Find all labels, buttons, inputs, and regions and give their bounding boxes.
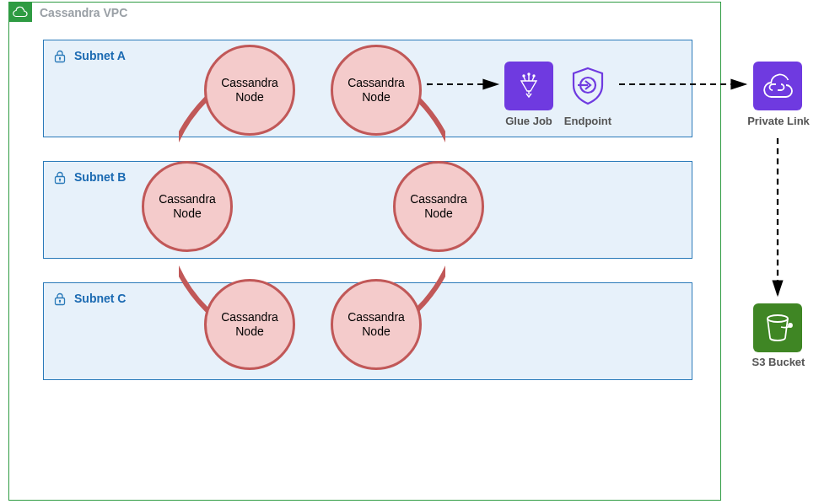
svg-point-18: [768, 315, 788, 322]
subnet-c-label: Subnet C: [74, 292, 126, 305]
node-label: CassandraNode: [221, 76, 278, 105]
cassandra-node: CassandraNode: [204, 279, 295, 370]
subnet-b-label: Subnet B: [74, 170, 126, 184]
private-link-icon: [753, 62, 802, 110]
node-label: CassandraNode: [347, 76, 405, 105]
s3-bucket-icon: [753, 303, 802, 352]
cassandra-node: CassandraNode: [331, 279, 422, 370]
svg-point-4: [59, 179, 61, 180]
lock-icon: [52, 292, 67, 310]
s3-bucket-label: S3 Bucket: [744, 356, 813, 368]
glue-job-icon: [504, 62, 553, 110]
svg-point-7: [59, 300, 61, 302]
node-label: CassandraNode: [410, 192, 467, 221]
svg-point-11: [533, 75, 535, 77]
vpc-cloud-icon: [8, 2, 32, 22]
node-label: CassandraNode: [159, 192, 216, 221]
svg-line-12: [524, 77, 525, 81]
svg-point-19: [789, 324, 792, 327]
node-label: CassandraNode: [221, 310, 278, 339]
cassandra-node: CassandraNode: [393, 161, 484, 252]
svg-point-10: [528, 73, 530, 75]
vpc-title: Cassandra VPC: [40, 6, 127, 19]
diagram-canvas: Cassandra VPC Subnet A Subnet B Subnet C…: [0, 0, 835, 504]
endpoint-icon: [563, 62, 612, 110]
cassandra-node: CassandraNode: [204, 45, 295, 136]
svg-point-9: [523, 75, 525, 77]
cassandra-node: CassandraNode: [142, 161, 233, 252]
lock-icon: [52, 170, 67, 189]
svg-point-1: [59, 57, 61, 59]
endpoint-label: Endpoint: [560, 115, 616, 127]
svg-line-14: [532, 77, 534, 81]
glue-job-label: Glue Job: [501, 115, 557, 127]
private-link-label: Private Link: [741, 115, 816, 127]
node-label: CassandraNode: [347, 310, 405, 339]
lock-icon: [52, 49, 67, 67]
subnet-a-label: Subnet A: [74, 49, 126, 62]
cassandra-node: CassandraNode: [331, 45, 422, 136]
